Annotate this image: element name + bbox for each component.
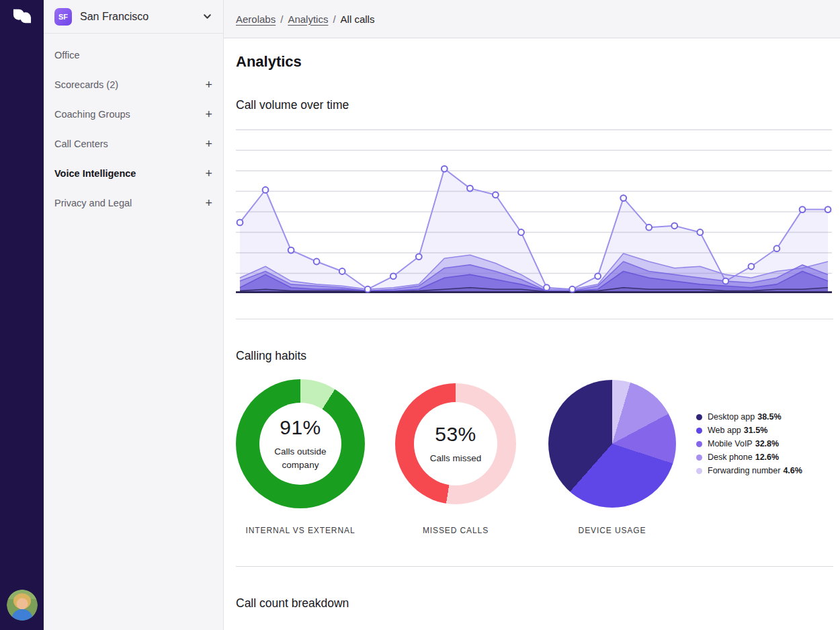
chart-label-internal-vs-external: INTERNAL VS EXTERNAL: [236, 526, 365, 535]
internal-vs-external-donut: 91% Calls outside company: [236, 379, 365, 508]
internal-vs-external-block: 91% Calls outside company INTERNAL VS EX…: [236, 379, 365, 535]
legend-label: Web app: [708, 426, 741, 435]
app-rail: [0, 0, 44, 630]
breadcrumb-link-aerolabs[interactable]: Aerolabs: [236, 13, 276, 25]
breadcrumb: Aerolabs / Analytics / All calls: [224, 0, 840, 38]
device-usage-block: Desktop app38.5%Web app31.5%Mobile VoIP3…: [548, 379, 802, 535]
data-point-marker: [774, 245, 780, 251]
legend-label: Desk phone: [708, 452, 753, 462]
expand-plus-icon[interactable]: +: [205, 79, 212, 91]
expand-plus-icon[interactable]: +: [205, 138, 212, 150]
data-point-marker: [671, 223, 677, 229]
data-point-marker: [442, 166, 448, 172]
sidebar-item-voice-intelligence[interactable]: Voice Intelligence+: [44, 159, 223, 188]
breadcrumb-current: All calls: [341, 13, 375, 25]
donut-value: 53%: [435, 423, 476, 446]
legend-label: Mobile VoIP: [708, 439, 753, 448]
sidebar-item-call-centers[interactable]: Call Centers+: [44, 129, 223, 159]
expand-plus-icon[interactable]: +: [205, 197, 212, 209]
data-point-marker: [288, 247, 294, 253]
data-point-marker: [697, 229, 703, 235]
section-title-call-volume: Call volume over time: [236, 97, 833, 112]
section-divider: [236, 566, 833, 567]
sidebar-item-privacy-and-legal[interactable]: Privacy and Legal+: [44, 188, 223, 218]
section-title-calling-habits: Calling habits: [236, 348, 833, 363]
expand-plus-icon[interactable]: +: [205, 108, 212, 120]
sidebar-item-label: Voice Intelligence: [54, 168, 205, 179]
donut-center: 53% Calls missed: [414, 402, 497, 485]
legend-dot-icon: [696, 441, 702, 447]
section-title-call-count: Call count breakdown: [236, 596, 833, 611]
data-point-marker: [339, 268, 345, 274]
donut-value: 91%: [280, 416, 321, 439]
data-point-marker: [620, 195, 626, 201]
legend-dot-icon: [696, 455, 702, 461]
legend-dot-icon: [696, 414, 702, 420]
sidebar-item-office[interactable]: Office: [44, 40, 223, 70]
sidebar: SF San Francisco OfficeScorecards (2)+Co…: [44, 0, 224, 630]
legend-label: Desktop app: [708, 412, 755, 422]
chevron-down-icon: [202, 11, 212, 22]
analytics-content: Analytics Call volume over time Calling …: [224, 38, 840, 611]
legend-value: 4.6%: [783, 466, 802, 475]
legend-item: Forwarding number4.6%: [696, 464, 802, 477]
data-point-marker: [544, 284, 550, 290]
legend-item: Web app31.5%: [696, 424, 802, 437]
data-point-marker: [646, 225, 652, 231]
legend-value: 31.5%: [744, 426, 767, 435]
chart-label-missed-calls: MISSED CALLS: [395, 526, 516, 535]
missed-calls-donut: 53% Calls missed: [395, 383, 516, 504]
donut-caption: Calls missed: [416, 452, 495, 465]
legend-label: Forwarding number: [708, 466, 780, 475]
section-divider: [236, 319, 833, 319]
data-point-marker: [493, 192, 499, 198]
data-point-marker: [237, 220, 243, 226]
legend-dot-icon: [696, 428, 702, 434]
legend-value: 38.5%: [757, 412, 781, 422]
donut-center: 91% Calls outside company: [259, 403, 341, 485]
sidebar-nav-list: OfficeScorecards (2)+Coaching Groups+Cal…: [44, 34, 223, 218]
workspace-selector[interactable]: SF San Francisco: [44, 0, 223, 34]
legend-dot-icon: [696, 468, 702, 474]
sidebar-item-label: Scorecards (2): [54, 79, 205, 90]
page-title: Analytics: [236, 53, 833, 71]
main-panel: Aerolabs / Analytics / All calls Analyti…: [224, 0, 840, 630]
donut-caption: Calls outside company: [261, 445, 340, 471]
calling-habits-charts: 91% Calls outside company INTERNAL VS EX…: [236, 379, 833, 535]
area-total-call-volume: [240, 169, 828, 292]
data-point-marker: [416, 253, 422, 260]
sidebar-item-label: Call Centers: [54, 139, 205, 149]
user-avatar[interactable]: [7, 590, 38, 621]
legend-value: 32.8%: [755, 439, 779, 448]
data-point-marker: [595, 273, 601, 279]
data-point-marker: [263, 187, 269, 193]
sidebar-item-label: Office: [54, 50, 212, 61]
user-avatar-photo: [7, 590, 38, 621]
device-usage-pie: [548, 380, 676, 508]
data-point-marker: [365, 286, 371, 292]
workspace-badge: SF: [54, 8, 72, 26]
sidebar-item-label: Coaching Groups: [54, 109, 205, 120]
data-point-marker: [722, 278, 728, 284]
breadcrumb-link-analytics[interactable]: Analytics: [288, 13, 328, 25]
data-point-marker: [314, 259, 320, 265]
legend-item: Desk phone12.6%: [696, 450, 802, 464]
data-point-marker: [467, 186, 473, 192]
data-point-marker: [390, 273, 396, 279]
sidebar-item-coaching-groups[interactable]: Coaching Groups+: [44, 100, 223, 129]
device-usage-legend: Desktop app38.5%Web app31.5%Mobile VoIP3…: [696, 410, 802, 477]
legend-item: Desktop app38.5%: [696, 410, 802, 424]
breadcrumb-separator: /: [280, 13, 283, 25]
app-window: SF San Francisco OfficeScorecards (2)+Co…: [0, 0, 840, 630]
workspace-name: San Francisco: [80, 11, 202, 23]
data-point-marker: [518, 229, 524, 235]
dialpad-logo[interactable]: [9, 7, 35, 26]
chart-label-device-usage: DEVICE USAGE: [548, 526, 676, 535]
data-point-marker: [800, 206, 806, 212]
sidebar-item-scorecards-2[interactable]: Scorecards (2)+: [44, 70, 223, 100]
expand-plus-icon[interactable]: +: [205, 167, 212, 180]
call-volume-chart: [236, 124, 832, 294]
dialpad-logo-icon: [9, 7, 35, 26]
data-point-marker: [825, 206, 831, 212]
legend-value: 12.6%: [755, 452, 779, 462]
